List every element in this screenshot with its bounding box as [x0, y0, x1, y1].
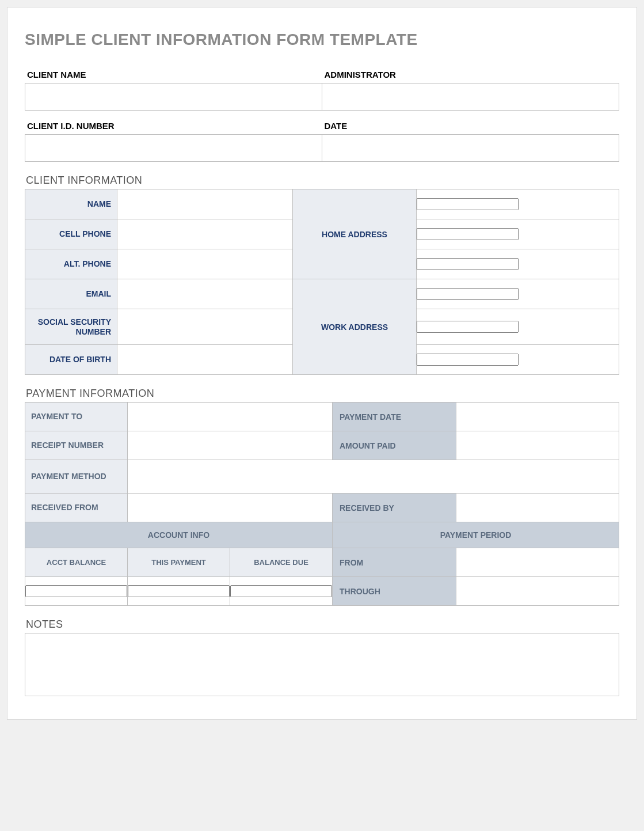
cell-phone-label: CELL PHONE — [25, 219, 117, 249]
payment-info-heading: PAYMENT INFORMATION — [26, 388, 619, 400]
account-info-header: ACCOUNT INFO — [25, 522, 333, 548]
receipt-number-input[interactable] — [128, 439, 332, 453]
acct-balance-input[interactable] — [25, 585, 127, 597]
client-id-label: CLIENT I.D. NUMBER — [25, 117, 322, 134]
work-address-label: WORK ADDRESS — [293, 279, 417, 375]
cell-phone-input[interactable] — [117, 227, 292, 241]
amount-paid-label: AMOUNT PAID — [333, 431, 456, 460]
date-input[interactable] — [322, 135, 619, 161]
payment-to-label: PAYMENT TO — [25, 403, 128, 431]
receipt-number-label: RECEIPT NUMBER — [25, 431, 128, 460]
payment-date-input[interactable] — [456, 410, 619, 424]
administrator-input[interactable] — [322, 84, 619, 110]
received-by-input[interactable] — [456, 501, 619, 515]
administrator-box — [322, 83, 620, 111]
alt-phone-input[interactable] — [117, 257, 292, 271]
received-from-input[interactable] — [128, 501, 332, 515]
home-address-label: HOME ADDRESS — [293, 189, 417, 279]
received-by-label: RECEIVED BY — [333, 494, 456, 522]
client-name-label: CLIENT NAME — [25, 66, 322, 83]
work-address-input-1[interactable] — [417, 288, 519, 300]
from-label: FROM — [333, 548, 456, 577]
payment-period-header: PAYMENT PERIOD — [333, 522, 619, 548]
client-info-heading: CLIENT INFORMATION — [26, 174, 619, 187]
from-input[interactable] — [456, 556, 619, 570]
work-address-input-3[interactable] — [417, 354, 519, 366]
email-input[interactable] — [117, 287, 292, 301]
date-label: DATE — [322, 117, 620, 134]
client-id-box — [25, 134, 322, 162]
balance-due-input[interactable] — [230, 585, 332, 597]
client-info-table: NAME HOME ADDRESS CELL PHONE ALT. PHONE … — [25, 189, 619, 375]
ssn-input[interactable] — [117, 320, 292, 334]
home-address-input-3[interactable] — [417, 258, 519, 270]
home-address-input-1[interactable] — [417, 198, 519, 210]
amount-paid-input[interactable] — [456, 439, 619, 453]
payment-method-input[interactable] — [128, 470, 619, 484]
notes-heading: NOTES — [26, 618, 619, 631]
notes-box — [25, 633, 619, 696]
this-payment-header: THIS PAYMENT — [128, 548, 230, 577]
dob-label: DATE OF BIRTH — [25, 345, 117, 375]
client-name-input[interactable] — [25, 84, 322, 110]
received-from-label: RECEIVED FROM — [25, 494, 128, 522]
client-name-box — [25, 83, 322, 111]
balance-due-header: BALANCE DUE — [230, 548, 333, 577]
name-label: NAME — [25, 189, 117, 219]
top-fields-row-1: CLIENT NAME ADMINISTRATOR — [25, 66, 619, 111]
client-id-input[interactable] — [25, 135, 322, 161]
date-box — [322, 134, 620, 162]
alt-phone-label: ALT. PHONE — [25, 249, 117, 279]
through-input[interactable] — [456, 585, 619, 598]
ssn-label: SOCIAL SECURITY NUMBER — [25, 309, 117, 345]
payment-info-table: PAYMENT TO PAYMENT DATE RECEIPT NUMBER A… — [25, 402, 619, 606]
this-payment-input[interactable] — [128, 585, 230, 597]
through-label: THROUGH — [333, 577, 456, 606]
payment-method-label: PAYMENT METHOD — [25, 460, 128, 494]
administrator-label: ADMINISTRATOR — [322, 66, 620, 83]
acct-balance-header: ACCT BALANCE — [25, 548, 128, 577]
work-address-input-2[interactable] — [417, 321, 519, 333]
page-title: SIMPLE CLIENT INFORMATION FORM TEMPLATE — [25, 31, 619, 49]
payment-to-input[interactable] — [128, 410, 332, 424]
notes-input[interactable] — [25, 633, 619, 696]
email-label: EMAIL — [25, 279, 117, 309]
dob-input[interactable] — [117, 353, 292, 367]
top-fields-row-2: CLIENT I.D. NUMBER DATE — [25, 117, 619, 162]
payment-date-label: PAYMENT DATE — [333, 403, 456, 431]
form-page: SIMPLE CLIENT INFORMATION FORM TEMPLATE … — [7, 7, 637, 720]
name-input[interactable] — [117, 198, 292, 211]
home-address-input-2[interactable] — [417, 228, 519, 240]
